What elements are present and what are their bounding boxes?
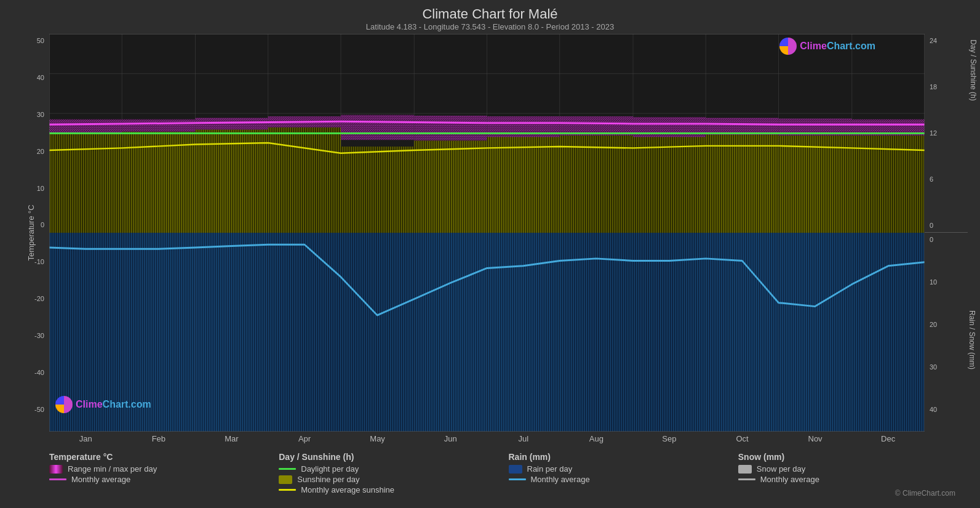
svg-rect-34 [341, 233, 414, 432]
x-label-apr: Apr [268, 434, 341, 443]
y-tick-right: 0 [930, 236, 968, 243]
legend-label-daylight: Daylight per day [301, 464, 359, 474]
x-label-oct: Oct [706, 434, 779, 443]
x-label-dec: Dec [851, 434, 925, 443]
svg-rect-47 [414, 116, 487, 141]
x-label-jan: Jan [49, 434, 122, 443]
legend-label-snow-bar: Snow per day [757, 464, 806, 474]
legend-title-snow: Snow (mm) [738, 452, 955, 462]
legend-item-rain-avg: Monthly average [509, 475, 726, 484]
y-tick-right: 0 [930, 222, 968, 229]
y-tick-right: 20 [930, 321, 968, 328]
svg-rect-38 [633, 233, 706, 432]
legend: Temperature °C Range min / max per day M… [12, 446, 968, 502]
legend-group-sunshine: Day / Sunshine (h) Daylight per day Suns… [279, 452, 496, 499]
legend-group-snow: Snow (mm) Snow per day Monthly average ©… [738, 452, 955, 499]
legend-group-rain: Rain (mm) Rain per day Monthly average [509, 452, 726, 499]
y-tick: 20 [12, 148, 44, 155]
legend-label-temp-avg: Monthly average [71, 475, 130, 484]
x-label-mar: Mar [195, 434, 268, 443]
legend-item-daylight: Daylight per day [279, 464, 496, 474]
x-label-may: May [341, 434, 414, 443]
y-tick: 30 [12, 111, 44, 118]
svg-rect-62 [633, 137, 706, 233]
legend-title-temp: Temperature °C [49, 452, 266, 462]
legend-line-sunshine-avg [279, 489, 296, 491]
legend-group-temperature: Temperature °C Range min / max per day M… [49, 452, 266, 499]
x-label-feb: Feb [122, 434, 196, 443]
y-tick-right: 18 [930, 83, 968, 91]
svg-rect-59 [414, 140, 487, 233]
svg-rect-48 [487, 116, 560, 140]
y-axis-left-label: Temperature °C [26, 204, 36, 260]
x-label-aug: Aug [560, 434, 633, 443]
y-tick: 10 [12, 185, 44, 192]
watermark-bottom-left: ClimeChart.com [55, 396, 151, 413]
legend-line-temp-avg [49, 478, 66, 480]
y-axis-left: Temperature °C 50 40 30 20 10 0 -10 -20 … [12, 34, 49, 432]
y-tick: 50 [12, 37, 44, 44]
chart-plot-area: ClimeChart.com ClimeChart.com [49, 34, 925, 432]
legend-item-rain-bar: Rain per day [509, 464, 726, 474]
x-axis: Jan Feb Mar Apr May Jun Jul Aug Sep Oct … [12, 432, 968, 446]
svg-rect-64 [778, 135, 851, 233]
legend-label-sunshine-avg: Monthly average sunshine [301, 485, 394, 494]
legend-swatch-snow [738, 465, 752, 474]
svg-rect-32 [196, 233, 268, 432]
legend-swatch-sunshine [279, 475, 292, 484]
legend-label-sunshine-bar: Sunshine per day [297, 475, 359, 484]
y-tick-right: 12 [930, 129, 968, 137]
y-tick: -30 [12, 332, 44, 339]
legend-item-temp-avg: Monthly average [49, 475, 266, 484]
legend-line-snow-avg [738, 478, 755, 480]
legend-title-sunshine: Day / Sunshine (h) [279, 452, 496, 462]
chart-svg [49, 34, 925, 432]
svg-rect-57 [268, 127, 341, 233]
y-tick: -50 [12, 406, 44, 413]
chart-title: Climate Chart for Malé [12, 6, 968, 22]
svg-rect-61 [560, 135, 633, 233]
svg-rect-33 [268, 233, 341, 432]
y-axis-right-bottom-label: Rain / Snow (mm) [968, 310, 976, 369]
y-tick-right: 24 [930, 37, 968, 44]
x-label-jun: Jun [414, 434, 487, 443]
legend-title-rain: Rain (mm) [509, 452, 726, 462]
x-label-jul: Jul [487, 434, 560, 443]
legend-item-range: Range min / max per day [49, 464, 266, 474]
svg-rect-35 [414, 233, 487, 432]
y-tick: -20 [12, 295, 44, 302]
legend-swatch-rain [509, 465, 522, 474]
svg-rect-58 [341, 147, 414, 233]
legend-label-range: Range min / max per day [68, 464, 157, 474]
watermark-top-right: ClimeChart.com [779, 38, 875, 55]
y-axis-right-top-label: Day / Sunshine (h) [968, 39, 977, 100]
svg-rect-39 [706, 233, 778, 432]
y-tick-right: 40 [930, 406, 968, 413]
chart-subtitle: Latitude 4.183 - Longitude 73.543 - Elev… [12, 22, 968, 31]
legend-label-snow-avg: Monthly average [760, 475, 819, 484]
y-tick-right: 6 [930, 175, 968, 183]
x-label-sep: Sep [633, 434, 706, 443]
x-label-nov: Nov [779, 434, 852, 443]
svg-rect-46 [341, 115, 414, 140]
legend-item-snow-bar: Snow per day [738, 464, 955, 474]
legend-item-sunshine-bar: Sunshine per day [279, 475, 496, 484]
svg-rect-56 [196, 130, 268, 233]
svg-rect-60 [487, 137, 560, 233]
legend-label-rain-avg: Monthly average [531, 475, 590, 484]
legend-label-rain-bar: Rain per day [527, 464, 573, 474]
legend-line-daylight [279, 468, 296, 470]
watermark-text: ClimeChart.com [800, 41, 875, 52]
legend-item-sunshine-avg: Monthly average sunshine [279, 485, 496, 494]
logo-icon [779, 38, 797, 55]
svg-rect-37 [560, 233, 633, 432]
copyright-text: © ClimeChart.com [738, 489, 955, 499]
svg-rect-63 [706, 135, 778, 233]
legend-line-rain-avg [509, 478, 526, 480]
legend-item-snow-avg: Monthly average [738, 475, 955, 484]
logo-icon-2 [55, 396, 73, 413]
legend-swatch-range [49, 465, 63, 474]
y-axis-right: Day / Sunshine (h) Rain / Snow (mm) 24 1… [925, 34, 968, 432]
y-tick: 40 [12, 74, 44, 81]
watermark-text-2: ClimeChart.com [76, 399, 151, 410]
